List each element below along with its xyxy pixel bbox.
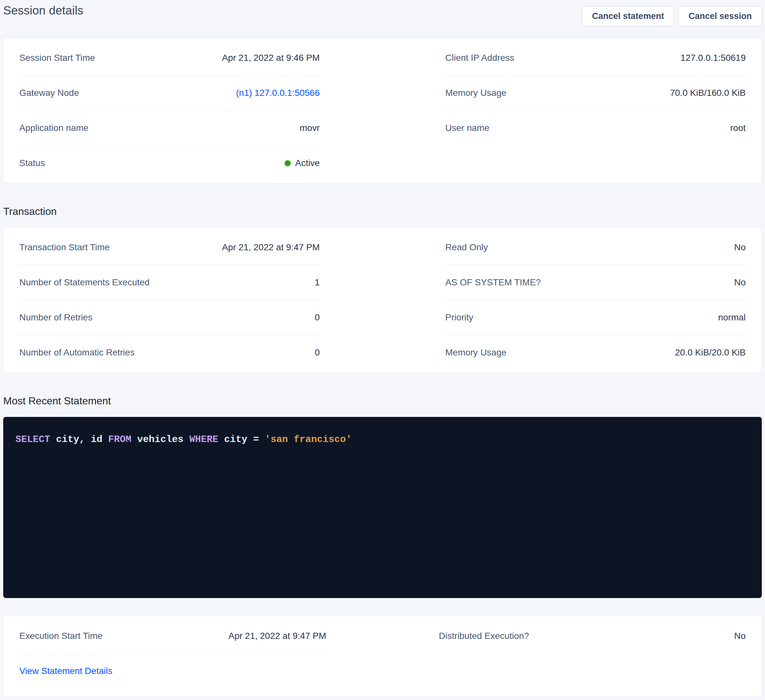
priority-value: normal xyxy=(718,312,746,323)
sql-token-string: 'san francisco' xyxy=(264,434,352,445)
session-card-left-column: Session Start Time Apr 21, 2022 at 9:46 … xyxy=(19,41,320,180)
automatic-retries-label: Number of Automatic Retries xyxy=(19,347,135,358)
distributed-execution-row: Distributed Execution? No xyxy=(439,618,746,653)
session-memory-usage-value: 70.0 KiB/160.0 KiB xyxy=(670,87,746,99)
status-row: Status Active xyxy=(19,146,320,180)
gateway-node-row: Gateway Node (n1) 127.0.0.1:50566 xyxy=(19,75,320,111)
as-of-system-time-label: AS OF SYSTEM TIME? xyxy=(445,277,541,288)
sql-token-keyword: WHERE xyxy=(189,434,218,445)
statements-executed-value: 1 xyxy=(315,277,320,288)
page-header: Session details Cancel statement Cancel … xyxy=(0,0,765,30)
execution-start-time-value: Apr 21, 2022 at 9:47 PM xyxy=(228,630,326,642)
status-value: Active xyxy=(295,157,320,169)
retries-row: Number of Retries 0 xyxy=(19,300,320,335)
view-statement-details-link[interactable]: View Statement Details xyxy=(19,666,112,676)
execution-start-time-row: Execution Start Time Apr 21, 2022 at 9:4… xyxy=(19,618,326,654)
transaction-memory-usage-value: 20.0 KiB/20.0 KiB xyxy=(675,347,746,358)
user-name-label: User name xyxy=(445,122,490,134)
distributed-execution-label: Distributed Execution? xyxy=(439,630,529,642)
application-name-value: movr xyxy=(300,122,320,134)
automatic-retries-row: Number of Automatic Retries 0 xyxy=(19,335,320,370)
sql-statement-box: SELECT city, id FROM vehicles WHERE city… xyxy=(3,417,762,598)
transaction-start-time-row: Transaction Start Time Apr 21, 2022 at 9… xyxy=(19,230,320,265)
priority-row: Priority normal xyxy=(445,300,746,335)
execution-card-right-column: Distributed Execution? No xyxy=(439,618,746,688)
transaction-section-heading: Transaction xyxy=(3,205,762,218)
distributed-execution-value: No xyxy=(734,630,746,642)
page-title: Session details xyxy=(3,3,83,18)
execution-card: Execution Start Time Apr 21, 2022 at 9:4… xyxy=(3,616,762,696)
retries-value: 0 xyxy=(315,312,320,323)
most-recent-statement-heading: Most Recent Statement xyxy=(3,394,762,407)
session-start-time-row: Session Start Time Apr 21, 2022 at 9:46 … xyxy=(19,41,320,75)
read-only-value: No xyxy=(734,242,746,253)
application-name-row: Application name movr xyxy=(19,111,320,146)
session-start-time-label: Session Start Time xyxy=(19,52,95,64)
sql-token-keyword: FROM xyxy=(108,434,131,445)
status-badge: Active xyxy=(285,157,320,169)
transaction-card-right-column: Read Only No AS OF SYSTEM TIME? No Prior… xyxy=(445,230,746,370)
transaction-card-left-column: Transaction Start Time Apr 21, 2022 at 9… xyxy=(19,230,320,370)
session-memory-usage-row: Memory Usage 70.0 KiB/160.0 KiB xyxy=(445,75,746,111)
sql-token-keyword: SELECT xyxy=(16,434,50,445)
statements-executed-row: Number of Statements Executed 1 xyxy=(19,265,320,300)
session-card-right-column: Client IP Address 127.0.0.1:50619 Memory… xyxy=(445,41,746,180)
session-start-time-value: Apr 21, 2022 at 9:46 PM xyxy=(222,52,320,64)
statements-executed-label: Number of Statements Executed xyxy=(19,277,150,288)
gateway-node-link[interactable]: (n1) 127.0.0.1:50566 xyxy=(236,87,320,99)
sql-statement-text: SELECT city, id FROM vehicles WHERE city… xyxy=(16,433,749,446)
session-memory-usage-label: Memory Usage xyxy=(445,87,507,99)
transaction-memory-usage-row: Memory Usage 20.0 KiB/20.0 KiB xyxy=(445,335,746,370)
sql-token-plain: city, id xyxy=(50,434,108,445)
execution-start-time-label: Execution Start Time xyxy=(19,630,102,642)
gateway-node-label: Gateway Node xyxy=(19,87,79,99)
automatic-retries-value: 0 xyxy=(315,347,320,358)
client-ip-label: Client IP Address xyxy=(445,52,514,64)
client-ip-row: Client IP Address 127.0.0.1:50619 xyxy=(445,41,746,75)
read-only-label: Read Only xyxy=(445,242,488,253)
cancel-session-button[interactable]: Cancel session xyxy=(678,6,762,27)
application-name-label: Application name xyxy=(19,122,88,134)
transaction-memory-usage-label: Memory Usage xyxy=(445,347,507,358)
sql-token-plain: city = xyxy=(218,434,264,445)
header-actions: Cancel statement Cancel session xyxy=(582,3,762,27)
status-label: Status xyxy=(19,157,45,169)
transaction-start-time-label: Transaction Start Time xyxy=(19,242,110,253)
session-summary-card: Session Start Time Apr 21, 2022 at 9:46 … xyxy=(3,38,762,183)
client-ip-value: 127.0.0.1:50619 xyxy=(681,52,746,64)
cancel-statement-button[interactable]: Cancel statement xyxy=(582,6,674,27)
execution-card-left-column: Execution Start Time Apr 21, 2022 at 9:4… xyxy=(19,618,326,688)
priority-label: Priority xyxy=(445,312,473,323)
as-of-system-time-value: No xyxy=(734,277,746,288)
view-statement-details-row: View Statement Details xyxy=(19,654,326,688)
retries-label: Number of Retries xyxy=(19,312,93,323)
transaction-card: Transaction Start Time Apr 21, 2022 at 9… xyxy=(3,228,762,372)
as-of-system-time-row: AS OF SYSTEM TIME? No xyxy=(445,265,746,300)
status-active-dot-icon xyxy=(285,160,291,166)
user-name-row: User name root xyxy=(445,111,746,145)
transaction-start-time-value: Apr 21, 2022 at 9:47 PM xyxy=(222,242,320,253)
read-only-row: Read Only No xyxy=(445,230,746,265)
user-name-value: root xyxy=(730,122,746,134)
sql-token-plain: vehicles xyxy=(131,434,189,445)
